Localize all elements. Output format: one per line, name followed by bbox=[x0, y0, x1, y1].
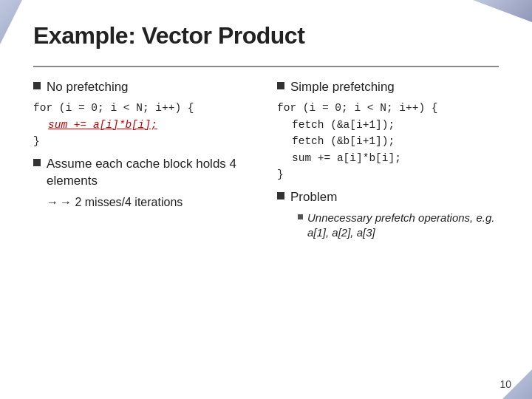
left-bullet-1: No prefetching bbox=[33, 79, 255, 96]
problem-sub-bullet: Unnecessary prefetch operations, e.g. a[… bbox=[298, 211, 499, 241]
small-bullet-square-icon bbox=[298, 214, 303, 219]
highlighted-code: sum += a[i]*b[i]; bbox=[48, 119, 157, 131]
slide-title: Example: Vector Product bbox=[33, 22, 499, 50]
right-bullet-1: Simple prefetching bbox=[277, 79, 499, 96]
right-code-line-2: fetch (&a[i+1]); bbox=[277, 117, 499, 133]
bullet-square-icon-r1 bbox=[277, 82, 284, 89]
problem-bullet: Problem bbox=[277, 189, 499, 206]
left-bullet-2: Assume each cache block holds 4 elements bbox=[33, 156, 255, 190]
arrow-sub-bullet: →→ 2 misses/4 iterations bbox=[47, 194, 255, 211]
page-number: 10 bbox=[499, 378, 511, 390]
right-code-line-4: sum += a[i]*b[i]; bbox=[277, 150, 499, 166]
two-column-layout: No prefetching for (i = 0; i < N; i++) {… bbox=[33, 79, 499, 241]
problem-section: Problem Unnecessary prefetch operations,… bbox=[277, 189, 499, 240]
code-line-2: sum += a[i]*b[i]; bbox=[33, 117, 255, 133]
code-block-left: for (i = 0; i < N; i++) { sum += a[i]*b[… bbox=[33, 100, 255, 149]
code-line-3: } bbox=[33, 135, 40, 147]
right-column: Simple prefetching for (i = 0; i < N; i+… bbox=[270, 79, 499, 241]
bullet-square-icon bbox=[33, 82, 41, 89]
misses-text: → 2 misses/4 iterations bbox=[60, 196, 183, 208]
right-code-line-1: for (i = 0; i < N; i++) { bbox=[277, 102, 438, 114]
bullet-square-icon-r2 bbox=[277, 192, 284, 200]
code-block-right: for (i = 0; i < N; i++) { fetch (&a[i+1]… bbox=[277, 100, 499, 183]
right-code-line-5: } bbox=[277, 168, 284, 180]
cache-block-label: Assume each cache block holds 4 elements bbox=[47, 156, 255, 190]
right-code-line-3: fetch (&b[i+1]); bbox=[277, 133, 499, 149]
divider bbox=[33, 66, 499, 67]
no-prefetching-label: No prefetching bbox=[47, 79, 129, 96]
bullet-square-icon-2 bbox=[33, 159, 41, 166]
slide-content: Example: Vector Product No prefetching f… bbox=[0, 0, 532, 262]
left-column: No prefetching for (i = 0; i < N; i++) {… bbox=[33, 79, 270, 241]
code-line-1: for (i = 0; i < N; i++) { bbox=[33, 102, 194, 114]
simple-prefetching-label: Simple prefetching bbox=[290, 79, 395, 96]
misses-arrow-text: →→ 2 misses/4 iterations bbox=[47, 194, 183, 211]
problem-label: Problem bbox=[290, 189, 337, 206]
problem-description: Unnecessary prefetch operations, e.g. a[… bbox=[307, 211, 499, 241]
arrow-symbol: → bbox=[47, 196, 58, 208]
